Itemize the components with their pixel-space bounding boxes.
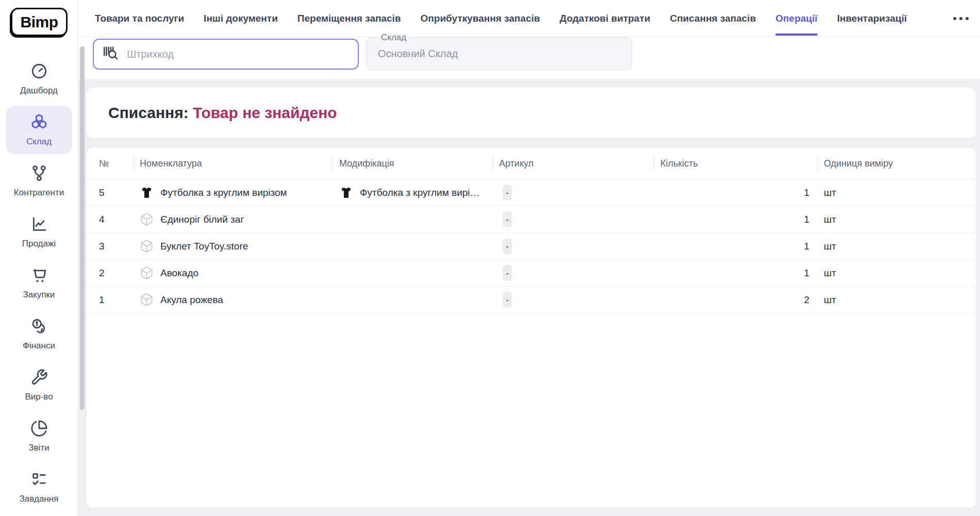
- unit-cell: шт: [817, 179, 976, 206]
- table-row[interactable]: 3 Буклет ToyToy.store: [87, 233, 976, 260]
- article-cell: -: [492, 233, 654, 259]
- article-badge: -: [503, 211, 512, 227]
- quantity-cell: 1: [654, 179, 817, 206]
- sidebar-item-label: Контрагенти: [14, 188, 64, 198]
- sidebar-item-purchases[interactable]: Закупки: [6, 259, 72, 307]
- document-tabs: Товари та послуги Інші документи Переміщ…: [95, 0, 907, 37]
- barcode-input[interactable]: [127, 48, 350, 60]
- nav-tab[interactable]: Інші документи: [204, 0, 278, 37]
- table-row[interactable]: 2 Авокадо: [87, 260, 976, 287]
- nomenclature-cell: Єдиноріг білий заг: [133, 206, 333, 232]
- barcode-search-icon: [102, 44, 120, 64]
- app-window: Bimp Дашборд Склад: [0, 0, 980, 516]
- modification-cell: [333, 206, 492, 232]
- items-table: № Номенклатура Модифікація Артикул Кільк…: [87, 148, 976, 508]
- coins-icon: [30, 318, 48, 337]
- sidebar-item-label: Фінанси: [23, 341, 55, 351]
- article-cell: -: [492, 206, 654, 232]
- table-header: № Номенклатура Модифікація Артикул Кільк…: [87, 148, 976, 179]
- table-row[interactable]: 1 Акула рожева: [87, 287, 976, 313]
- article-badge: -: [503, 265, 512, 281]
- package-icon: [140, 212, 154, 226]
- sidebar-item-warehouse[interactable]: Склад: [6, 106, 72, 154]
- nav-tab[interactable]: Товари та послуги: [95, 0, 184, 37]
- logo-text: Bimp: [21, 13, 58, 31]
- sidebar-item-production[interactable]: Вир-во: [6, 361, 72, 409]
- table-row[interactable]: 5 Футболка з круглим вирізом: [87, 179, 976, 206]
- cubes-icon: [30, 113, 48, 133]
- quantity-cell: 2: [654, 287, 817, 313]
- quantity-cell: 1: [654, 233, 817, 259]
- nav-tab-label: Переміщення запасів: [297, 13, 401, 24]
- row-number: 3: [87, 233, 133, 259]
- app-logo[interactable]: Bimp: [11, 8, 68, 36]
- sidebar-item-reports[interactable]: Звіти: [6, 412, 72, 460]
- sidebar-nav: Дашборд Склад: [0, 55, 78, 511]
- article-badge: -: [503, 185, 512, 201]
- row-number: 4: [87, 206, 133, 232]
- top-nav: Товари та послуги Інші документи Переміщ…: [78, 0, 980, 37]
- content-scrollbar-thumb[interactable]: [80, 46, 85, 410]
- sidebar-item-dashboard[interactable]: Дашборд: [6, 55, 72, 103]
- sidebar-item-counterparties[interactable]: Контрагенти: [6, 157, 72, 205]
- nav-tab-label: Інші документи: [204, 13, 278, 24]
- tshirt-image: [140, 186, 154, 199]
- sidebar-item-label: Склад: [26, 137, 52, 147]
- sidebar-item-tasks[interactable]: Завдання: [6, 463, 72, 511]
- nav-tab[interactable]: Оприбуткування запасів: [421, 0, 540, 37]
- sidebar: Bimp Дашборд Склад: [0, 0, 78, 516]
- unit-cell: шт: [817, 287, 976, 313]
- modification-cell: [333, 287, 492, 313]
- nomenclature-name: Футболка з круглим вирізом: [160, 187, 287, 198]
- quantity-cell: 1: [654, 260, 817, 286]
- unit-cell: шт: [817, 233, 976, 259]
- col-header-num: №: [87, 158, 133, 169]
- dot-icon: [966, 17, 969, 20]
- row-number: 5: [87, 179, 133, 206]
- row-number: 2: [87, 260, 133, 286]
- more-menu-button[interactable]: [951, 13, 971, 24]
- sidebar-item-sales[interactable]: Продажі: [6, 208, 72, 256]
- package-icon: [140, 266, 154, 280]
- sidebar-item-label: Вир-во: [25, 392, 53, 402]
- nomenclature-name: Буклет ToyToy.store: [160, 241, 248, 252]
- article-badge: -: [503, 292, 512, 308]
- sales-chart-icon: [30, 215, 48, 235]
- col-header-article: Артикул: [492, 158, 654, 169]
- nav-tab-label: Інвентаризації: [837, 13, 907, 24]
- warehouse-select[interactable]: Склад Основний Склад: [366, 37, 632, 70]
- nav-tab-label: Списання запасів: [670, 13, 756, 24]
- sidebar-item-label: Завдання: [20, 494, 59, 504]
- nomenclature-name: Акула рожева: [160, 294, 223, 306]
- col-header-modification: Модифікація: [333, 158, 492, 169]
- col-header-unit: Одиниця виміру: [817, 158, 976, 169]
- nav-tab-label: Оприбуткування запасів: [421, 13, 540, 24]
- nomenclature-cell: Футболка з круглим вирізом: [133, 179, 333, 206]
- nav-tab-label: Товари та послуги: [95, 13, 184, 24]
- nomenclature-cell: Авокадо: [133, 260, 333, 286]
- sidebar-item-label: Продажі: [22, 239, 56, 249]
- pie-chart-icon: [30, 420, 48, 439]
- unit-cell: шт: [817, 206, 976, 232]
- dot-icon: [953, 17, 956, 20]
- article-cell: -: [492, 287, 654, 313]
- col-header-quantity: Кількість: [654, 158, 817, 169]
- modification-name: Футболка з круглим вирізом: [360, 187, 483, 198]
- nav-tab-label: Додаткові витрати: [559, 13, 650, 24]
- nav-tab[interactable]: Інвентаризації: [837, 0, 907, 37]
- nav-tab[interactable]: Переміщення запасів: [297, 0, 401, 37]
- unit-cell: шт: [817, 260, 976, 286]
- modification-cell: Футболка з круглим вирізом: [333, 179, 492, 206]
- table-row[interactable]: 4 Єдиноріг білий заг: [87, 206, 976, 233]
- sidebar-item-label: Звіти: [28, 443, 49, 453]
- article-cell: -: [492, 179, 654, 206]
- content-area: Списання: Товар не знайдено № Номенклату…: [78, 79, 980, 516]
- nav-tab[interactable]: Операції: [775, 0, 817, 37]
- nav-tab[interactable]: Додаткові витрати: [559, 0, 650, 37]
- row-number: 1: [87, 287, 133, 313]
- barcode-search-box[interactable]: [93, 39, 359, 70]
- nav-tab[interactable]: Списання запасів: [670, 0, 756, 37]
- sidebar-item-label: Дашборд: [20, 86, 58, 96]
- sidebar-item-finance[interactable]: Фінанси: [6, 310, 72, 358]
- dot-icon: [959, 17, 962, 20]
